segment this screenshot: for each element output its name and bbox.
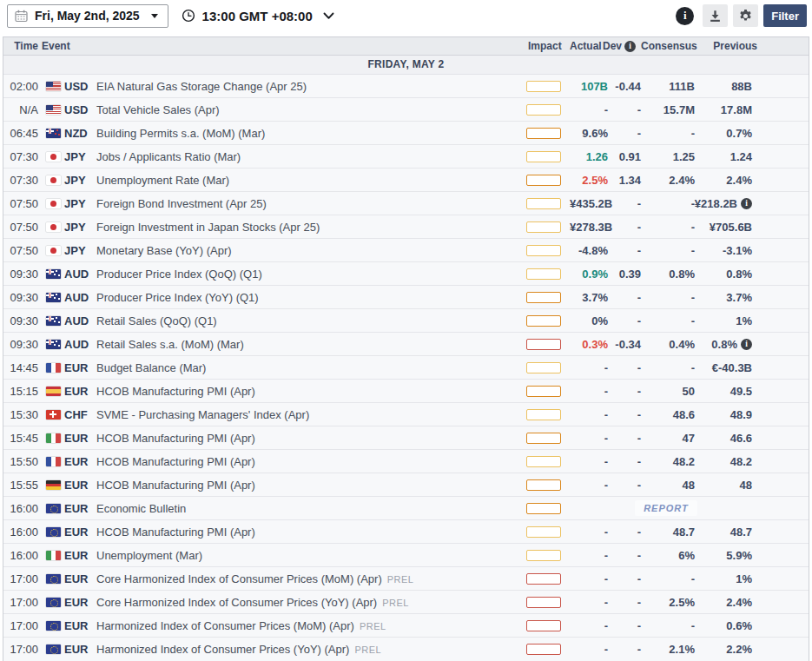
report-badge[interactable]: REPORT <box>635 500 697 516</box>
revised-info-icon[interactable]: i <box>741 198 752 209</box>
dev-cell: 1.34 <box>610 174 641 187</box>
country-flag-icon <box>46 504 61 513</box>
header-impact: Impact <box>521 40 570 52</box>
calendar-row[interactable]: 15:45 EUR HCOB Manufacturing PMI (Apr) -… <box>3 426 809 450</box>
timezone-selector[interactable]: 13:00 GMT +08:00 <box>182 9 334 23</box>
calendar-row[interactable]: N/A USD Total Vehicle Sales (Apr) - - 15… <box>3 98 809 122</box>
previous-cell: ¥218.2B i <box>695 197 762 210</box>
event-cell[interactable]: Foreign Bond Investment (Apr 25) <box>96 197 521 210</box>
event-cell[interactable]: HCOB Manufacturing PMI (Apr) <box>96 385 521 398</box>
country-flag-icon <box>46 457 61 466</box>
calendar-row[interactable]: 02:00 USD EIA Natural Gas Storage Change… <box>3 75 809 98</box>
event-cell[interactable]: Harmonized Index of Consumer Prices (YoY… <box>96 643 521 656</box>
calendar-row[interactable]: 07:50 JPY Foreign Investment in Japan St… <box>3 215 809 239</box>
calendar-row[interactable]: 17:00 EUR Core Harmonized Index of Consu… <box>3 567 809 591</box>
time-cell: 07:50 <box>3 244 42 257</box>
calendar-row[interactable]: 14:45 EUR Budget Balance (Mar) - - - €-4… <box>3 356 809 380</box>
economic-calendar-table: Time Event Impact Actual Dev i Consensus… <box>3 36 809 661</box>
event-cell[interactable]: Producer Price Index (YoY) (Q1) <box>96 291 521 304</box>
download-button[interactable] <box>703 4 728 27</box>
time-cell: 15:30 <box>3 408 42 421</box>
consensus-cell: - <box>641 291 695 304</box>
caret-down-icon <box>151 14 158 18</box>
dev-cell: - <box>610 408 641 421</box>
previous-cell: 49.5 <box>695 385 762 398</box>
country-flag-icon <box>46 363 61 373</box>
event-label: Building Permits s.a. (MoM) (Mar) <box>96 127 265 140</box>
event-cell[interactable]: Economic Bulletin <box>96 502 521 515</box>
consensus-cell: - <box>641 314 695 327</box>
calendar-row[interactable]: 16:00 EUR Economic Bulletin REPORT <box>3 497 809 520</box>
info-icon[interactable]: i <box>676 7 694 25</box>
calendar-row[interactable]: 07:50 JPY Foreign Bond Investment (Apr 2… <box>3 192 809 215</box>
impact-cell <box>521 433 570 444</box>
previous-value: 0.6% <box>726 619 752 632</box>
time-cell: 15:55 <box>3 479 42 492</box>
event-cell[interactable]: HCOB Manufacturing PMI (Apr) <box>96 432 521 445</box>
impact-cell <box>521 597 570 608</box>
event-cell[interactable]: Building Permits s.a. (MoM) (Mar) <box>96 127 521 140</box>
date-picker[interactable]: Fri, May 2nd, 2025 <box>7 4 168 28</box>
event-cell[interactable]: Jobs / Applicants Ratio (Mar) <box>96 150 521 163</box>
calendar-row[interactable]: 17:00 EUR Harmonized Index of Consumer P… <box>3 638 809 661</box>
previous-value: 2.4% <box>726 596 752 609</box>
event-cell[interactable]: Core Harmonized Index of Consumer Prices… <box>96 572 521 585</box>
event-cell[interactable]: HCOB Manufacturing PMI (Apr) <box>96 525 521 539</box>
country-flag-icon <box>46 433 61 443</box>
calendar-row[interactable]: 15:15 EUR HCOB Manufacturing PMI (Apr) -… <box>3 380 809 403</box>
event-cell[interactable]: HCOB Manufacturing PMI (Apr) <box>96 455 521 468</box>
calendar-row[interactable]: 09:30 AUD Producer Price Index (QoQ) (Q1… <box>3 262 809 286</box>
event-cell[interactable]: Unemployment (Mar) <box>96 549 521 562</box>
impact-cell <box>521 456 570 467</box>
event-cell[interactable]: EIA Natural Gas Storage Change (Apr 25) <box>96 80 521 93</box>
event-cell[interactable]: Monetary Base (YoY) (Apr) <box>96 244 521 257</box>
event-cell[interactable]: Retail Sales s.a. (MoM) (Mar) <box>96 338 521 351</box>
calendar-row[interactable]: 07:30 JPY Unemployment Rate (Mar) 2.5% 1… <box>3 169 809 192</box>
event-cell[interactable]: Retail Sales (QoQ) (Q1) <box>96 314 521 327</box>
calendar-row[interactable]: 15:55 EUR HCOB Manufacturing PMI (Apr) -… <box>3 473 809 497</box>
calendar-row[interactable]: 17:00 EUR Core Harmonized Index of Consu… <box>3 591 809 614</box>
event-label: HCOB Manufacturing PMI (Apr) <box>96 479 255 492</box>
event-cell[interactable]: Foreign Investment in Japan Stocks (Apr … <box>96 221 521 234</box>
event-cell[interactable]: SVME - Purchasing Managers' Index (Apr) <box>96 408 521 421</box>
clock-icon <box>182 9 195 23</box>
previous-value: 0.8% <box>711 338 737 351</box>
actual-cell: 0.3% <box>570 338 610 351</box>
dev-info-icon[interactable]: i <box>624 41 636 52</box>
calendar-row[interactable]: 07:30 JPY Jobs / Applicants Ratio (Mar) … <box>3 145 809 169</box>
currency-label: JPY <box>64 221 96 234</box>
consensus-cell: 48.6 <box>641 408 695 421</box>
report-link[interactable]: REPORT <box>570 500 762 516</box>
calendar-row[interactable]: 09:30 AUD Retail Sales s.a. (MoM) (Mar) … <box>3 333 809 356</box>
header-previous: Previous <box>695 40 762 52</box>
filter-button[interactable]: Filter <box>763 4 807 27</box>
settings-button[interactable] <box>733 4 758 27</box>
calendar-row[interactable]: 07:50 JPY Monetary Base (YoY) (Apr) -4.8… <box>3 239 809 262</box>
calendar-row[interactable]: 06:45 NZD Building Permits s.a. (MoM) (M… <box>3 122 809 145</box>
country-flag-icon <box>46 105 61 115</box>
revised-info-icon[interactable]: i <box>741 339 752 350</box>
event-cell[interactable]: Total Vehicle Sales (Apr) <box>96 103 521 116</box>
event-cell[interactable]: Unemployment Rate (Mar) <box>96 174 521 187</box>
country-flag-icon <box>46 410 61 420</box>
actual-cell: - <box>570 103 610 116</box>
calendar-row[interactable]: 15:30 CHF SVME - Purchasing Managers' In… <box>3 403 809 426</box>
consensus-cell: 48.7 <box>641 525 695 539</box>
event-cell[interactable]: Producer Price Index (QoQ) (Q1) <box>96 268 521 281</box>
currency-label: EUR <box>64 549 96 562</box>
event-cell[interactable]: HCOB Manufacturing PMI (Apr) <box>96 479 521 492</box>
event-cell[interactable]: Harmonized Index of Consumer Prices (MoM… <box>96 619 521 632</box>
calendar-row[interactable]: 16:00 EUR HCOB Manufacturing PMI (Apr) -… <box>3 520 809 544</box>
calendar-row[interactable]: 16:00 EUR Unemployment (Mar) - - 6% 5.9% <box>3 544 809 567</box>
dev-cell: - <box>610 525 641 539</box>
event-cell[interactable]: Core Harmonized Index of Consumer Prices… <box>96 596 521 609</box>
calendar-row[interactable]: 17:00 EUR Harmonized Index of Consumer P… <box>3 614 809 638</box>
country-flag-icon <box>46 387 61 396</box>
calendar-row[interactable]: 09:30 AUD Producer Price Index (YoY) (Q1… <box>3 286 809 309</box>
calendar-row[interactable]: 09:30 AUD Retail Sales (QoQ) (Q1) 0% - -… <box>3 309 809 333</box>
dev-cell: - <box>610 572 641 585</box>
calendar-row[interactable]: 15:50 EUR HCOB Manufacturing PMI (Apr) -… <box>3 450 809 473</box>
impact-bar <box>526 573 561 585</box>
event-cell[interactable]: Budget Balance (Mar) <box>96 361 521 374</box>
impact-bar <box>526 433 561 444</box>
